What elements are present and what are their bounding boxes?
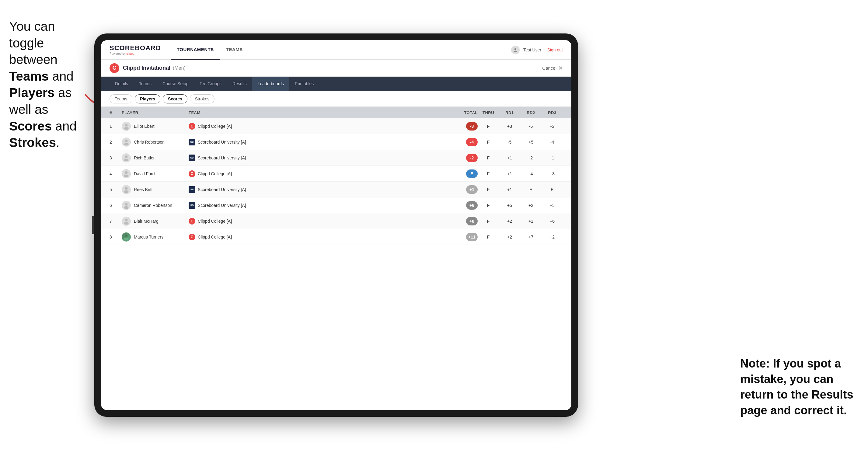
player-avatar [122, 217, 131, 226]
top-nav: SCOREBOARD Powered by clippd TOURNAMENTS… [101, 40, 571, 60]
svg-point-10 [124, 174, 129, 177]
player-name: Chris Robertson [134, 139, 164, 145]
tournament-logo: C [110, 63, 119, 73]
team-name: Scoreboard University [A] [198, 203, 246, 208]
total-cell: E [450, 169, 478, 178]
score-badge: -4 [466, 138, 478, 146]
toggle-scores[interactable]: Scores [163, 94, 187, 103]
user-name: Test User | [523, 48, 544, 52]
total-cell: -8 [450, 122, 478, 130]
player-avatar [122, 185, 131, 194]
thru-cell: F [478, 171, 499, 176]
team-logo: C [189, 123, 195, 130]
player-avatar [122, 137, 131, 147]
svg-point-13 [125, 203, 127, 205]
leaderboard-table: # PLAYER TEAM TOTAL THRU RD1 RD2 RD3 1 E… [101, 107, 571, 410]
rank: 8 [110, 235, 122, 240]
player-name: Cameron Robertson [134, 203, 172, 208]
rank: 7 [110, 219, 122, 224]
nav-teams[interactable]: TEAMS [220, 40, 249, 60]
rd2-cell: +5 [520, 139, 541, 145]
score-badge: -8 [466, 122, 478, 130]
tab-details[interactable]: Details [110, 77, 133, 91]
rd3-cell: E [541, 187, 563, 192]
rd3-cell: -1 [541, 203, 563, 208]
score-badge: +8 [466, 217, 478, 225]
total-cell: +11 [450, 233, 478, 241]
rd2-cell: -6 [520, 124, 541, 129]
rd1-cell: +3 [499, 124, 520, 129]
col-team: TEAM [189, 111, 450, 115]
rank: 3 [110, 155, 122, 160]
tablet-screen: SCOREBOARD Powered by clippd TOURNAMENTS… [101, 40, 571, 410]
team-logo: C [189, 218, 195, 224]
toggle-players[interactable]: Players [135, 94, 160, 103]
svg-point-12 [124, 190, 129, 193]
rd1-cell: +2 [499, 235, 520, 240]
col-rd2: RD2 [520, 111, 541, 115]
thru-cell: F [478, 187, 499, 192]
player-avatar [122, 153, 131, 162]
player-name: Rich Butler [134, 155, 155, 160]
rank: 2 [110, 139, 122, 145]
score-badge: +6 [466, 201, 478, 210]
team-name: Clippd College [A] [198, 171, 232, 176]
rd2-cell: E [520, 187, 541, 192]
thru-cell: F [478, 155, 499, 160]
table-row: 4 David Ford C Clippd College [A] E F +1… [101, 166, 571, 182]
tab-course-setup[interactable]: Course Setup [157, 77, 194, 91]
col-thru: THRU [478, 111, 499, 115]
team-name: Clippd College [A] [198, 235, 232, 240]
thru-cell: F [478, 219, 499, 224]
toggle-teams[interactable]: Teams [110, 94, 132, 103]
player-name: Elliot Ebert [134, 124, 155, 129]
team-cell: SB Scoreboard University [A] [189, 186, 450, 193]
tab-results[interactable]: Results [227, 77, 252, 91]
player-name: Blair McHarg [134, 219, 158, 224]
col-rank: # [110, 111, 122, 115]
rd1-cell: +1 [499, 171, 520, 176]
team-logo: SB [189, 139, 195, 146]
toggle-strokes[interactable]: Strokes [190, 94, 215, 103]
player-cell: Cameron Robertson [122, 201, 189, 210]
table-row: 6 Cameron Robertson SB Scoreboard Univer… [101, 197, 571, 213]
svg-point-3 [125, 124, 127, 126]
team-logo: SB [189, 202, 195, 209]
table-row: 8 Marcus Turners C Clippd College [A] +1… [101, 229, 571, 245]
tab-leaderboards[interactable]: Leaderboards [252, 77, 289, 91]
cancel-button[interactable]: Cancel ✕ [542, 65, 563, 71]
rank: 1 [110, 124, 122, 129]
total-cell: -2 [450, 154, 478, 162]
player-cell: Rees Britt [122, 185, 189, 194]
player-cell: Rich Butler [122, 153, 189, 162]
player-name: Rees Britt [134, 187, 152, 192]
tab-printables[interactable]: Printables [289, 77, 319, 91]
toggle-bar: Teams Players Scores Strokes [101, 91, 571, 107]
right-annotation: Note: If you spot a mistake, you can ret… [740, 356, 856, 418]
sign-out-link[interactable]: Sign out [547, 48, 563, 52]
svg-point-4 [124, 127, 129, 129]
team-cell: C Clippd College [A] [189, 170, 450, 177]
tournament-gender: (Men) [173, 65, 186, 71]
logo-title: SCOREBOARD [110, 44, 161, 52]
total-cell: -4 [450, 138, 478, 146]
tab-teams[interactable]: Teams [133, 77, 157, 91]
tab-tee-groups[interactable]: Tee Groups [194, 77, 227, 91]
team-logo: SB [189, 186, 195, 193]
table-row: 2 Chris Robertson SB Scoreboard Universi… [101, 134, 571, 150]
player-cell: Blair McHarg [122, 217, 189, 226]
team-cell: SB Scoreboard University [A] [189, 202, 450, 209]
total-cell: +6 [450, 201, 478, 210]
player-cell: Marcus Turners [122, 232, 189, 242]
team-cell: C Clippd College [A] [189, 218, 450, 224]
col-rd3: RD3 [541, 111, 563, 115]
rd1-cell: +1 [499, 155, 520, 160]
score-badge: E [466, 169, 478, 178]
cancel-label: Cancel [542, 65, 556, 70]
nav-tournaments[interactable]: TOURNAMENTS [171, 40, 220, 60]
svg-point-8 [124, 158, 129, 161]
player-cell: Elliot Ebert [122, 122, 189, 131]
rd3-cell: +3 [541, 171, 563, 176]
player-cell: David Ford [122, 169, 189, 178]
team-name: Clippd College [A] [198, 124, 232, 129]
